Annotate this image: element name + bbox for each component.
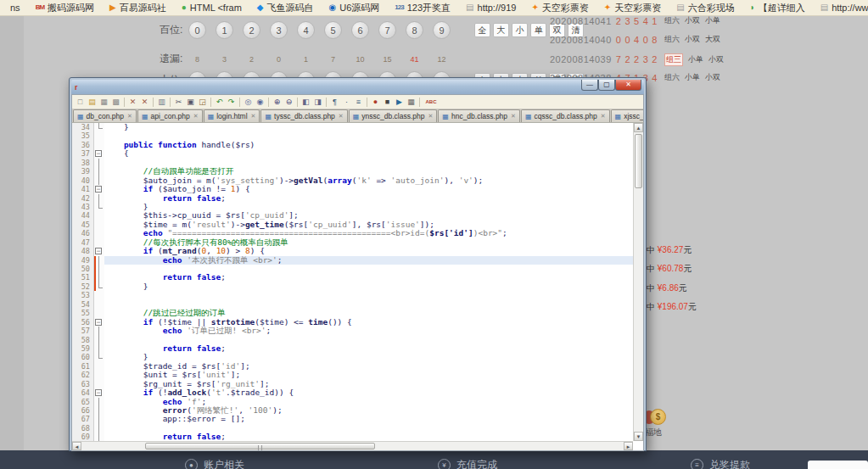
bookmark-item[interactable]: ◗【超详细入 [743,1,812,15]
footer-item[interactable]: ¥充值完成 [438,458,497,469]
vertical-scrollbar[interactable]: ▲ ▼ [633,123,643,441]
bookmark-item[interactable]: ▤http://919 [459,2,523,14]
line-number: 34 [72,123,94,131]
horizontal-scrollbar[interactable]: ◄ ► [72,441,633,450]
macro-save-icon[interactable]: ▦ [406,97,417,108]
save-icon[interactable]: ▦ [98,97,109,108]
footer-item[interactable]: ≡兑奖提款 [691,458,750,469]
code-line: 66 error('网络繁忙!', '100'); [72,406,633,415]
macro-play-icon[interactable]: ▶ [394,97,405,108]
redo-icon[interactable]: ↷ [226,97,237,108]
sync-v-icon[interactable]: ◧ [300,97,311,108]
number-ball[interactable]: 4 [297,21,315,39]
bookmark-item[interactable]: ◉U6源码网 [322,1,387,15]
maximize-button[interactable]: ▢ [598,80,615,91]
close-icon[interactable]: ✕ [127,97,138,108]
file-saved-icon: ▦ [353,113,360,120]
replace-icon[interactable]: ◉ [255,97,266,108]
list-icon: ≡ [691,459,703,469]
undo-icon[interactable]: ↶ [214,97,225,108]
footer-item[interactable]: ●账户相关 [185,458,244,469]
bookmark-item[interactable]: ✦天空彩票资 [597,1,668,15]
bookmark-item[interactable]: BM搬码源码网 [29,1,101,15]
wrap-icon[interactable]: ¶ [329,97,340,108]
print-icon[interactable]: ▥ [156,97,167,108]
copy-icon[interactable]: ▣ [185,97,196,108]
tab-close-icon[interactable]: ✕ [127,113,132,120]
scroll-left-arrow[interactable]: ◄ [72,442,81,450]
sync-h-icon[interactable]: ◨ [312,97,323,108]
fold-margin[interactable]: – [94,388,104,397]
firework-icon: ✦ [531,3,538,12]
open-file-icon[interactable]: ▤ [87,97,98,108]
bookmark-item[interactable]: ●HTML <fram [175,2,249,14]
fold-margin[interactable]: – [94,149,104,158]
bookmark-item[interactable]: ◆飞鱼源码自 [250,1,321,15]
fold-margin[interactable]: – [94,185,104,193]
group-badge: 组六 [664,72,680,83]
new-file-icon[interactable]: □ [75,97,86,108]
number-ball[interactable]: 7 [378,21,396,39]
filter-button[interactable]: 小 [512,23,528,37]
bookmark-item[interactable]: 123123开奖直 [388,1,457,15]
horizontal-scroll-thumb[interactable] [145,443,375,449]
bookmark-item[interactable]: ▤六合彩现场 [669,1,741,15]
paste-icon[interactable]: ◲ [197,97,208,108]
editor-tab[interactable]: ▦db_con.php✕ [73,109,137,122]
fold-margin[interactable]: – [94,318,104,327]
coin-promo-icon[interactable]: $ [643,408,669,427]
editor-tab[interactable]: ▦cqssc_db.class.php✕ [521,109,610,122]
close-all-icon[interactable]: ✕ [139,97,150,108]
zoom-out-icon[interactable]: ⊖ [283,97,294,108]
fold-margin [94,353,104,361]
bookmark-item[interactable]: ✦天空彩票资 [524,1,595,15]
find-icon[interactable]: ◎ [243,97,254,108]
tab-close-icon[interactable]: ✕ [251,113,256,120]
number-ball[interactable]: 6 [351,21,369,39]
spell-check-icon[interactable]: ABC [423,97,440,108]
filter-button[interactable]: 大 [493,23,509,37]
editor-tab[interactable]: ▦ynssc_db.class.php✕ [349,109,438,122]
number-ball[interactable]: 8 [406,21,423,39]
corner-widget[interactable] [808,461,868,469]
code-editor[interactable]: 34 }3536 public function handle($rs)37– … [71,122,644,451]
filter-button[interactable]: 全 [474,23,490,37]
number-ball[interactable]: 3 [270,21,288,39]
editor-tab[interactable]: ▦xjssc_db.class.php✕ [611,109,644,122]
macro-stop-icon[interactable]: ■ [382,97,393,108]
code-area[interactable]: 34 }3536 public function handle($rs)37– … [72,123,633,441]
line-number: 38 [72,159,94,167]
scroll-down-arrow[interactable]: ▼ [634,432,643,441]
cut-icon[interactable]: ✂ [173,97,184,108]
zoom-in-icon[interactable]: ⊕ [272,97,283,108]
editor-tab[interactable]: ▦hnc_db.class.php✕ [438,109,520,122]
editor-tab[interactable]: ▦tyssc_db.class.php✕ [260,109,347,122]
number-ball[interactable]: 1 [216,21,233,39]
save-all-icon[interactable]: ▩ [110,97,121,108]
bookmark-item[interactable]: ▤http://www [814,2,868,14]
number-ball[interactable]: 5 [324,21,342,39]
scroll-right-arrow[interactable]: ► [624,442,633,450]
minimize-button[interactable]: — [581,80,598,91]
filter-button[interactable]: 单 [530,23,546,37]
tab-close-icon[interactable]: ✕ [511,113,516,120]
fold-margin[interactable]: – [94,247,104,255]
bookmark-item[interactable]: ▶百易源码社 [103,1,173,15]
scroll-up-arrow[interactable]: ▲ [634,123,643,132]
close-button[interactable]: ✕ [615,80,641,91]
vertical-scroll-thumb[interactable] [635,134,642,188]
indent-guide-icon[interactable]: ≡ [353,97,364,108]
macro-record-icon[interactable]: ● [370,97,381,108]
editor-tab[interactable]: ▦api_con.php✕ [137,109,203,122]
tab-close-icon[interactable]: ✕ [601,113,606,120]
bookmark-item[interactable]: ns [3,2,27,14]
number-ball[interactable]: 2 [243,21,260,39]
tab-close-icon[interactable]: ✕ [428,113,433,120]
number-ball[interactable]: 9 [433,21,451,39]
show-symbols-icon[interactable]: · [341,97,352,108]
window-title-bar[interactable]: r — ▢ ✕ [71,80,644,94]
number-ball[interactable]: 0 [188,21,206,39]
tab-close-icon[interactable]: ✕ [193,113,199,120]
editor-tab[interactable]: ▦login.html✕ [204,109,260,122]
tab-close-icon[interactable]: ✕ [339,113,344,120]
